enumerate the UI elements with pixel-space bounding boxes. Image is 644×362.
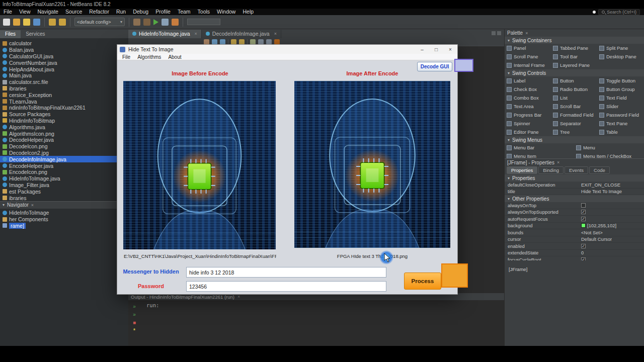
property-row[interactable]: autoRequestFocus (505, 216, 644, 223)
palette-item[interactable]: Table (597, 128, 643, 136)
palette-item[interactable]: Editor Pane (505, 128, 551, 136)
property-row[interactable]: background [102,255,102] (505, 223, 644, 230)
tree-item[interactable]: EncodeHelper.java (0, 162, 128, 169)
tree-item[interactable]: cersice_Exception (0, 92, 128, 98)
dialog-menu-item[interactable]: About (165, 54, 185, 60)
minimize-icon[interactable]: – (415, 45, 429, 54)
property-value[interactable]: Hide Text To Image (581, 189, 622, 194)
redo-icon[interactable] (59, 19, 66, 26)
tree-item[interactable]: HelpAndAbout.java (0, 66, 128, 72)
palette-item[interactable]: Internal Frame (505, 61, 551, 69)
palette-item[interactable]: Separator (551, 119, 597, 128)
tree-item[interactable]: CalculatorGUI.java (0, 53, 128, 60)
palette-item[interactable]: Formatted Field (551, 111, 597, 119)
tree-item[interactable]: Balan.java (0, 47, 128, 53)
menu-item[interactable]: Refactor (86, 9, 113, 15)
property-value[interactable] (581, 257, 587, 260)
palette-item[interactable]: Layered Pane (551, 61, 597, 69)
palette-item[interactable]: Scroll Pane (505, 52, 551, 61)
tree-item[interactable]: EncodeIcon.png (0, 169, 128, 175)
menu-item[interactable]: Team (174, 9, 194, 15)
panel-tab[interactable]: Services (21, 30, 50, 38)
tree-item[interactable]: Main.java (0, 72, 128, 79)
tree-item[interactable]: AlgorithmsIcon.png (0, 130, 128, 137)
password-input[interactable] (186, 281, 386, 292)
palette-item[interactable]: Radio Button (551, 85, 597, 94)
property-row[interactable]: cursor Default Cursor (505, 236, 644, 243)
dialog-menu-item[interactable]: Algorithms (134, 54, 165, 60)
panel-tab[interactable]: Files (0, 30, 21, 38)
property-value[interactable]: <Not Set> (581, 230, 603, 235)
checkbox[interactable] (581, 217, 586, 221)
tree-item[interactable]: ibraries (0, 195, 128, 201)
close-icon[interactable]: × (557, 160, 559, 165)
tree-item[interactable]: calculator (0, 40, 128, 47)
tree-item[interactable]: Source Packages (0, 111, 128, 118)
checkbox[interactable] (581, 257, 586, 260)
new-project-icon[interactable] (13, 19, 20, 26)
navigator-item[interactable]: her Components (0, 216, 128, 223)
properties-tab[interactable]: Binding (538, 166, 564, 174)
rerun-icon[interactable]: » (133, 304, 136, 309)
build-icon[interactable] (133, 19, 140, 26)
property-row[interactable]: focusCycleRoot (505, 256, 644, 260)
close-icon[interactable]: × (443, 45, 457, 54)
palette-item[interactable]: Scroll Bar (551, 102, 597, 111)
palette-item[interactable]: Tool Bar (551, 52, 597, 61)
property-value[interactable] (581, 244, 587, 248)
tree-item[interactable]: DecodeHelper.java (0, 137, 128, 143)
palette-item[interactable]: Tree (551, 128, 597, 136)
palette-item[interactable]: Split Pane (597, 44, 643, 52)
close-icon[interactable]: × (237, 294, 240, 299)
palette-item[interactable]: Menu (574, 143, 643, 152)
tree-item[interactable]: est Packages (0, 188, 128, 195)
properties-tab[interactable]: Events (565, 166, 588, 174)
properties-header[interactable]: [JFrame] - Properties × (505, 158, 644, 166)
menu-item[interactable]: View (16, 9, 34, 15)
palette-item[interactable]: Text Field (597, 94, 643, 102)
menu-item[interactable]: Debug (129, 9, 152, 15)
palette-item[interactable]: Spinner (505, 119, 551, 128)
menu-item[interactable]: Profile (152, 9, 174, 15)
section-swing-menus[interactable]: ▾ Swing Menus (505, 136, 644, 143)
tab-list-icon[interactable] (492, 31, 496, 35)
section-swing-controls[interactable]: ▾ Swing Controls (505, 69, 644, 76)
profile-icon[interactable] (172, 19, 179, 26)
section-other-properties[interactable]: ▾ Other Properties (505, 195, 644, 202)
tree-item[interactable]: ndinInfoToBitmapFinalXuan2261 (0, 105, 128, 111)
palette-item[interactable]: Toggle Button (597, 76, 643, 85)
menu-item[interactable]: Tools (194, 9, 214, 15)
editor-tab[interactable]: HideInfoToImage.java × (128, 30, 202, 38)
tree-item[interactable]: TLearnJava (0, 98, 128, 105)
palette-item[interactable]: Label (505, 76, 551, 85)
checkbox[interactable] (581, 244, 586, 248)
menu-item[interactable]: Navigate (34, 9, 62, 15)
navigator-item[interactable]: rame] (0, 223, 128, 229)
debug-icon[interactable] (162, 19, 169, 26)
message-input[interactable] (186, 267, 386, 278)
search-input[interactable]: Search (Ctrl+I) (598, 9, 640, 15)
run-icon[interactable] (153, 19, 158, 25)
notification-icon[interactable] (593, 11, 596, 14)
palette-item[interactable]: Slider (597, 102, 643, 111)
config-select[interactable]: <default config> ▾ (74, 18, 125, 26)
palette-item[interactable]: Combo Box (505, 94, 551, 102)
ant-settings-icon[interactable]: * (133, 328, 135, 333)
maximize-editor-icon[interactable] (497, 31, 501, 35)
palette-item[interactable]: Button Group (597, 85, 643, 94)
tree-item[interactable]: ibraries (0, 85, 128, 92)
palette-item[interactable]: Check Box (505, 85, 551, 94)
palette-item[interactable]: List (551, 94, 597, 102)
rerun-debug-icon[interactable]: » (133, 312, 136, 317)
palette-item[interactable]: Password Field (597, 111, 643, 119)
palette-item[interactable]: Panel (505, 44, 551, 52)
properties-tab[interactable]: Code (589, 166, 610, 174)
process-button[interactable]: Process (404, 273, 441, 290)
property-row[interactable]: title Hide Text To Image (505, 189, 644, 196)
navigator-item[interactable]: HideInfoToImage (0, 210, 128, 216)
dialog-menu-item[interactable]: File (119, 54, 134, 60)
checkbox[interactable] (581, 210, 586, 214)
property-row[interactable]: enabled (505, 243, 644, 250)
palette-header[interactable]: Palette × (505, 29, 644, 37)
menu-item[interactable]: Window (213, 9, 239, 15)
